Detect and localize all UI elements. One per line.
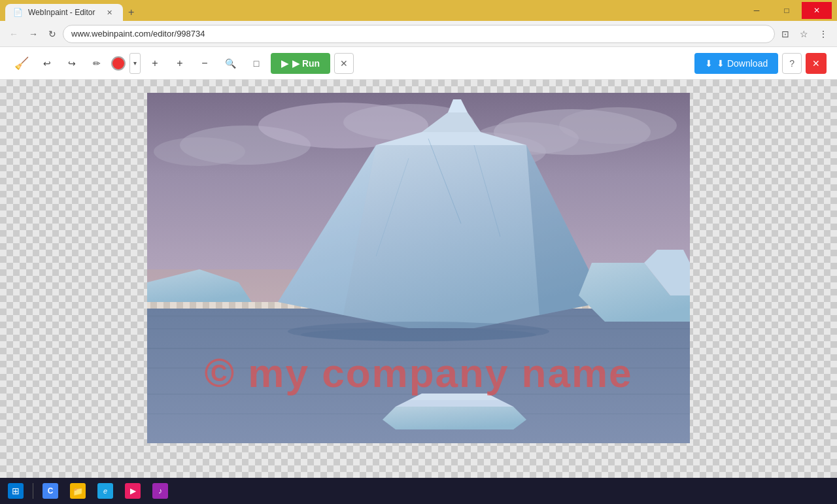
image-container: © my company name [147,93,690,443]
delete-button[interactable]: ✕ [806,53,827,74]
zoom-out-button[interactable]: − [194,53,215,74]
help-button[interactable]: ? [782,53,802,74]
svg-marker-30 [396,400,513,407]
taskbar: ⊞ C 📁 e ▶ ♪ [0,478,837,504]
forward-button[interactable]: → [25,26,42,42]
canvas-area: © my company name [0,80,837,478]
browser-frame: 📄 WebInpaint - Editor ✕ + ─ □ ✕ ← → ↻ ⊡ … [0,0,837,504]
search-button[interactable]: 🔍 [219,53,242,74]
color-picker-button[interactable] [111,56,126,71]
reload-button[interactable]: ↻ [44,26,60,42]
address-bar-container: ← → ↻ ⊡ ☆ ⋮ [0,21,837,47]
zoom-in-button[interactable]: + [169,53,190,74]
cast-icon[interactable]: ⊡ [777,26,793,42]
address-input[interactable] [63,25,775,43]
active-tab[interactable]: 📄 WebInpaint - Editor ✕ [5,4,123,21]
bookmark-icon[interactable]: ☆ [796,26,812,42]
taskbar-divider [33,483,33,499]
taskbar-start-button[interactable]: ⊞ [3,479,29,503]
media-taskbar-icon: ▶ [125,483,141,499]
player-taskbar-icon: ♪ [152,483,168,499]
zoom-in-small-button[interactable]: + [145,53,165,74]
run-label: ▶ Run [292,58,320,69]
run-icon: ▶ [281,58,288,69]
minimize-button[interactable]: ─ [742,2,772,19]
redo-button[interactable]: ↪ [61,53,82,74]
iceberg-svg: © my company name [147,93,690,443]
tab-title: WebInpaint - Editor [28,8,95,17]
svg-point-33 [301,328,536,341]
eraser-button[interactable]: 🧹 [10,53,33,74]
maximize-button[interactable]: □ [772,2,802,19]
tab-bar: 📄 WebInpaint - Editor ✕ + [5,0,139,21]
tab-close-button[interactable]: ✕ [104,7,115,18]
run-button[interactable]: ▶ ▶ Run [271,53,330,74]
pen-button[interactable]: ✏ [86,53,107,74]
download-label: ⬇ Download [717,58,768,69]
taskbar-chrome-item[interactable]: C [37,479,63,503]
svg-point-5 [154,137,245,166]
tab-icon: 📄 [13,8,23,17]
window-controls: ─ □ ✕ [742,2,832,19]
windows-icon: ⊞ [8,483,24,499]
taskbar-ie-item[interactable]: e [92,479,118,503]
svg-marker-29 [383,407,526,429]
address-icons: ⊡ ☆ ⋮ [777,26,832,42]
svg-text:© my company name: © my company name [204,350,632,395]
undo-button[interactable]: ↩ [37,53,58,74]
download-button[interactable]: ⬇ ⬇ Download [694,53,778,74]
taskbar-player-item[interactable]: ♪ [147,479,173,503]
close-editor-button[interactable]: ✕ [334,53,354,74]
download-icon: ⬇ [705,58,713,69]
color-dropdown-button[interactable]: ▾ [129,53,141,74]
new-tab-button[interactable]: + [123,7,139,18]
title-bar: 📄 WebInpaint - Editor ✕ + ─ □ ✕ [0,0,837,21]
close-button[interactable]: ✕ [802,2,832,19]
folder-taskbar-icon: 📁 [70,483,86,499]
ie-taskbar-icon: e [97,483,113,499]
menu-icon[interactable]: ⋮ [815,26,832,42]
svg-rect-13 [147,348,690,349]
rect-select-button[interactable]: □ [246,53,267,74]
chrome-taskbar-icon: C [43,483,58,499]
back-button[interactable]: ← [5,26,22,42]
taskbar-folder-item[interactable]: 📁 [65,479,91,503]
editor-toolbar: 🧹 ↩ ↪ ✏ ▾ + + − 🔍 □ ▶ ▶ Run ✕ ⬇ ⬇ Downlo… [0,47,837,80]
taskbar-media-item[interactable]: ▶ [120,479,146,503]
